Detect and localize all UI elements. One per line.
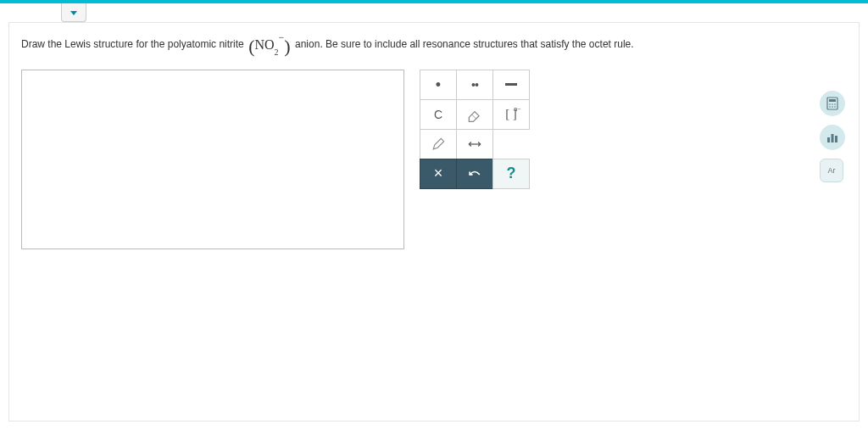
svg-point-6 (834, 103, 836, 105)
pencil-icon (430, 136, 447, 153)
chemical-formula: (NO2−) (248, 33, 291, 58)
svg-rect-12 (835, 136, 837, 142)
close-icon: × (434, 165, 443, 182)
chevron-down-icon (70, 8, 78, 17)
clear-button[interactable]: × (420, 159, 457, 189)
svg-marker-0 (70, 11, 77, 15)
question-after: anion. Be sure to include all resonance … (295, 38, 634, 50)
periodic-label: Ar (828, 166, 836, 175)
bond-tool[interactable] (492, 70, 530, 100)
svg-point-9 (834, 106, 836, 108)
work-area-row: • •• C [ ]n− (21, 70, 847, 249)
undo-icon (466, 165, 483, 182)
element-c-label: C (434, 108, 442, 121)
bond-line-icon (505, 83, 517, 86)
drawing-canvas[interactable] (21, 70, 404, 249)
svg-point-8 (832, 106, 833, 108)
question-container: Draw the Lewis structure for the polyato… (8, 22, 860, 422)
question-before: Draw the Lewis structure for the polyato… (21, 38, 244, 50)
svg-rect-11 (832, 134, 834, 142)
lone-pair-tool[interactable]: •• (456, 70, 493, 100)
element-tool[interactable]: C (420, 99, 457, 130)
svg-point-4 (829, 103, 831, 105)
page-accent-bar (0, 0, 868, 3)
bracket-charge-tool[interactable]: [ ]n− (492, 99, 530, 130)
help-button[interactable]: ? (492, 159, 530, 189)
svg-point-7 (829, 106, 831, 108)
calculator-button[interactable] (820, 91, 845, 116)
calculator-icon (826, 97, 839, 110)
tool-palette: • •• C [ ]n− (420, 70, 530, 189)
section-dropdown-tab[interactable] (61, 3, 86, 22)
eraser-icon (466, 106, 483, 123)
single-electron-tool[interactable]: • (420, 70, 457, 100)
periodic-table-button[interactable]: Ar (820, 159, 843, 182)
help-icon: ? (507, 165, 516, 182)
bracket-icon: [ ]n− (505, 107, 517, 121)
eraser-tool[interactable] (456, 99, 493, 130)
side-tools: Ar (820, 91, 845, 182)
svg-point-5 (832, 103, 833, 105)
svg-rect-3 (829, 99, 836, 102)
bar-chart-icon (826, 131, 839, 144)
double-arrow-icon (466, 136, 483, 153)
graph-button[interactable] (820, 125, 845, 150)
svg-rect-10 (827, 137, 830, 142)
draw-tool[interactable] (420, 129, 457, 159)
question-text: Draw the Lewis structure for the polyato… (21, 33, 847, 58)
undo-button[interactable] (456, 159, 493, 189)
resonance-arrow-tool[interactable] (456, 129, 493, 159)
